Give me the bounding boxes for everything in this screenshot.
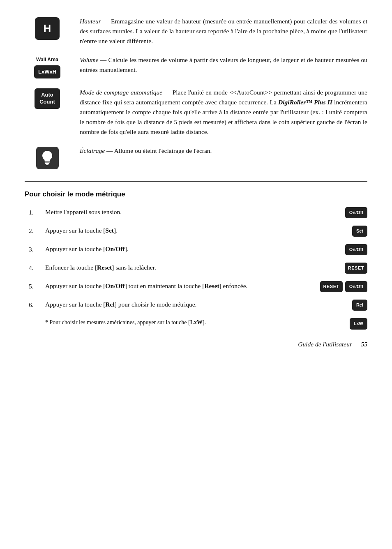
- svg-rect-0: [45, 161, 50, 163]
- lightbulb-icon-col: [25, 146, 70, 169]
- wall-area-label: Wall Area: [36, 56, 58, 64]
- note-buttons: LxW: [334, 318, 367, 329]
- feature-volume: Wall Area LxWxH Volume — Calcule les mes…: [25, 55, 367, 78]
- page-content: H Hauteur — Emmagasine une valeur de hau…: [25, 16, 367, 349]
- lxwxh-icon-col: Wall Area LxWxH: [25, 55, 70, 78]
- step-5-buttons: RESET On/Off: [320, 281, 367, 292]
- onoff-button-3: On/Off: [345, 244, 367, 255]
- step-1-buttons: On/Off: [334, 207, 367, 218]
- lightbulb-icon: [36, 147, 59, 169]
- step-3: 3. Appuyer sur la touche [On/Off]. On/Of…: [29, 244, 367, 255]
- step-3-buttons: On/Off: [334, 244, 367, 255]
- onoff-button-5: On/Off: [345, 281, 367, 292]
- step-4: 4. Enfoncer la touche [Reset] sans la re…: [29, 263, 367, 274]
- svg-rect-2: [46, 164, 48, 165]
- step-4-buttons: RESET: [334, 263, 367, 274]
- h-button: H: [35, 17, 60, 40]
- step-4-text: Enfoncer la touche [Reset] sans la relâc…: [45, 263, 330, 272]
- auto-count-icon-col: AutoCount: [25, 88, 70, 109]
- step-5: 5. Appuyer sur la touche [On/Off] tout e…: [29, 281, 367, 292]
- feature-auto-count: AutoCount Mode de comptage automatique —…: [25, 88, 367, 137]
- step-6-buttons: Rcl: [334, 300, 367, 311]
- hauteur-icon-col: H: [25, 16, 70, 40]
- lxw-button: LxW: [350, 318, 367, 329]
- step-4-number: 4.: [29, 263, 40, 273]
- step-6-number: 6.: [29, 300, 40, 310]
- lxwxh-button: LxWxH: [34, 65, 60, 78]
- step-5-number: 5.: [29, 281, 40, 291]
- note-text: * Pour choisir les mesures américaines, …: [45, 318, 330, 327]
- step-3-text: Appuyer sur la touche [On/Off].: [45, 244, 330, 254]
- volume-text: Volume — Calcule les mesures de volume à…: [80, 55, 367, 75]
- reset-button-4: RESET: [345, 263, 367, 274]
- footer-text: Guide de l'utilisateur — 55: [298, 341, 367, 348]
- svg-rect-1: [45, 163, 49, 164]
- step-5-text: Appuyer sur la touche [On/Off] tout en m…: [45, 281, 315, 291]
- feature-eclairage: Éclairage — Allume ou éteint l'éclairage…: [25, 146, 367, 169]
- step-3-number: 3.: [29, 244, 40, 254]
- step-1: 1. Mettre l'appareil sous tension. On/Of…: [29, 207, 367, 218]
- feature-hauteur: H Hauteur — Emmagasine une valeur de hau…: [25, 16, 367, 46]
- auto-count-button: AutoCount: [35, 88, 60, 109]
- step-1-number: 1.: [29, 207, 40, 217]
- step-2: 2. Appuyer sur la touche [Set]. Set: [29, 226, 367, 237]
- note-row: * Pour choisir les mesures américaines, …: [45, 318, 367, 329]
- page-footer: Guide de l'utilisateur — 55: [25, 339, 367, 349]
- rcl-button: Rcl: [352, 300, 367, 311]
- step-6: 6. Appuyer sur la touche [Rcl] pour choi…: [29, 300, 367, 311]
- onoff-button-1: On/Off: [345, 207, 367, 218]
- section-divider: [25, 181, 367, 182]
- section-heading: Pour choisir le mode métrique: [25, 189, 367, 200]
- lxwxh-group: Wall Area LxWxH: [34, 56, 60, 78]
- eclairage-text: Éclairage — Allume ou éteint l'éclairage…: [80, 146, 367, 156]
- step-2-text: Appuyer sur la touche [Set].: [45, 226, 330, 235]
- step-1-text: Mettre l'appareil sous tension.: [45, 207, 330, 217]
- step-6-text: Appuyer sur la touche [Rcl] pour choisir…: [45, 300, 330, 309]
- set-button: Set: [352, 226, 367, 237]
- step-2-number: 2.: [29, 226, 40, 236]
- steps-area: 1. Mettre l'appareil sous tension. On/Of…: [25, 207, 367, 329]
- hauteur-text: Hauteur — Emmagasine une valeur de haute…: [80, 16, 367, 46]
- auto-count-text: Mode de comptage automatique — Place l'u…: [80, 88, 367, 137]
- step-2-buttons: Set: [334, 226, 367, 237]
- reset-button-5: RESET: [320, 281, 343, 292]
